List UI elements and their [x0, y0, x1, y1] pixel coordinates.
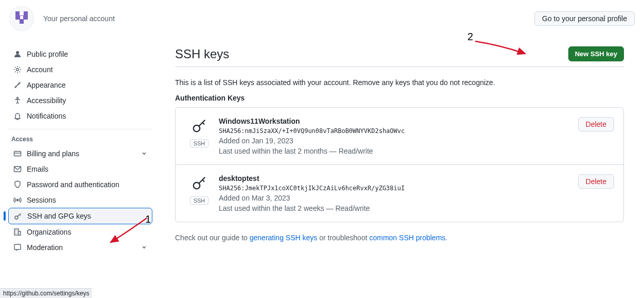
sidebar-item-label: Sessions	[27, 196, 56, 204]
key-icon	[14, 212, 22, 220]
generating-ssh-keys-link[interactable]: generating SSH keys	[250, 234, 318, 242]
organization-icon	[13, 228, 22, 236]
sidebar-item-label: Accessibility	[27, 96, 66, 105]
settings-sidebar: Public profile Account Appearance Access…	[8, 35, 161, 255]
ssh-badge: SSH	[190, 196, 209, 205]
sidebar-item-label: Emails	[27, 165, 48, 173]
chevron-down-icon	[141, 150, 147, 158]
sidebar-item-ssh-gpg-keys[interactable]: SSH and GPG keys	[8, 208, 152, 224]
key-icon	[192, 175, 207, 192]
sidebar-item-label: Public profile	[27, 50, 68, 58]
key-added: Added on Mar 3, 2023	[219, 194, 578, 202]
sidebar-item-label: SSH and GPG keys	[27, 212, 91, 220]
avatar-image	[13, 10, 30, 27]
sidebar-item-billing[interactable]: Billing and plans	[8, 146, 152, 161]
delete-key-button[interactable]: Delete	[578, 174, 614, 189]
ssh-badge: SSH	[190, 139, 209, 147]
sidebar-item-label: Moderation	[27, 243, 63, 252]
ssh-key-row: SSH desktoptest SHA256:JmekTPJx1coXC0tkj…	[176, 165, 623, 222]
avatar[interactable]	[9, 6, 34, 31]
bell-icon	[13, 112, 22, 120]
accessibility-icon	[13, 96, 22, 105]
brush-icon	[13, 81, 22, 89]
account-subtitle: Your personal account	[43, 14, 115, 23]
key-icon	[192, 118, 207, 135]
sidebar-item-sessions[interactable]: Sessions	[8, 192, 152, 208]
svg-rect-0	[15, 11, 20, 15]
main-content: SSH keys New SSH key This is a list of S…	[161, 35, 634, 255]
annotation-1-label: 1	[145, 213, 151, 225]
sidebar-item-accessibility[interactable]: Accessibility	[8, 93, 152, 108]
sidebar-item-notifications[interactable]: Notifications	[8, 108, 152, 124]
mail-icon	[13, 165, 22, 173]
svg-rect-1	[24, 11, 28, 15]
page-title: SSH keys	[175, 47, 229, 61]
sidebar-item-password[interactable]: Password and authentication	[8, 177, 152, 192]
sidebar-item-public-profile[interactable]: Public profile	[8, 46, 152, 62]
svg-point-9	[17, 200, 19, 201]
chevron-down-icon	[141, 243, 147, 252]
sidebar-item-label: Appearance	[27, 81, 66, 89]
sidebar-item-label: Billing and plans	[27, 150, 79, 158]
ssh-description: This is a list of SSH keys associated wi…	[175, 78, 624, 87]
sidebar-item-label: Account	[27, 65, 53, 74]
sidebar-item-moderation[interactable]: Moderation	[8, 240, 152, 255]
sidebar-item-label: Notifications	[27, 112, 66, 120]
shield-icon	[13, 180, 22, 189]
go-to-profile-button[interactable]: Go to your personal profile	[534, 11, 635, 26]
svg-rect-3	[20, 20, 24, 24]
svg-point-5	[16, 69, 19, 71]
key-fingerprint: SHA256:JmekTPJx1coXC0tkjIkJCzAiLv6hceRvx…	[219, 185, 578, 192]
ssh-key-row: SSH Windows11Workstation SHA256:nmJiSzaX…	[176, 108, 623, 165]
key-added: Added on Jan 19, 2023	[219, 137, 578, 145]
gear-icon	[13, 65, 22, 74]
person-icon	[13, 50, 22, 58]
annotation-2-label: 2	[467, 31, 473, 43]
sidebar-item-appearance[interactable]: Appearance	[8, 77, 152, 93]
svg-point-6	[17, 97, 19, 99]
report-icon	[13, 243, 22, 252]
new-ssh-key-button[interactable]: New SSH key	[568, 46, 624, 61]
sidebar-group-access: Access	[8, 136, 152, 146]
credit-card-icon	[13, 150, 22, 158]
key-fingerprint: SHA256:nmJiSzaXX/+I+0VQ9un08vTaRBoB0WNYV…	[219, 127, 578, 135]
sidebar-item-label: Password and authentication	[27, 180, 119, 189]
common-ssh-problems-link[interactable]: common SSH problems	[369, 234, 445, 242]
svg-rect-11	[14, 229, 19, 235]
broadcast-icon	[13, 196, 22, 204]
sidebar-item-organizations[interactable]: Organizations	[8, 224, 152, 240]
sidebar-item-label: Organizations	[27, 228, 71, 236]
sidebar-item-emails[interactable]: Emails	[8, 161, 152, 177]
key-name: Windows11Workstation	[219, 117, 578, 125]
svg-rect-7	[14, 152, 21, 156]
status-bar-url: https://github.com/settings/keys	[0, 288, 92, 298]
key-last-used: Last used within the last 2 months — Rea…	[219, 147, 578, 155]
svg-rect-12	[14, 244, 21, 250]
footer-note: Check out our guide to generating SSH ke…	[175, 234, 624, 242]
svg-rect-4	[20, 16, 23, 19]
sidebar-divider	[8, 129, 152, 129]
ssh-key-list: SSH Windows11Workstation SHA256:nmJiSzaX…	[175, 107, 624, 222]
delete-key-button[interactable]: Delete	[578, 117, 614, 131]
auth-keys-heading: Authentication Keys	[175, 94, 624, 102]
key-name: desktoptest	[219, 174, 578, 183]
key-last-used: Last used within the last 2 weeks — Read…	[219, 204, 578, 212]
sidebar-item-account[interactable]: Account	[8, 62, 152, 77]
